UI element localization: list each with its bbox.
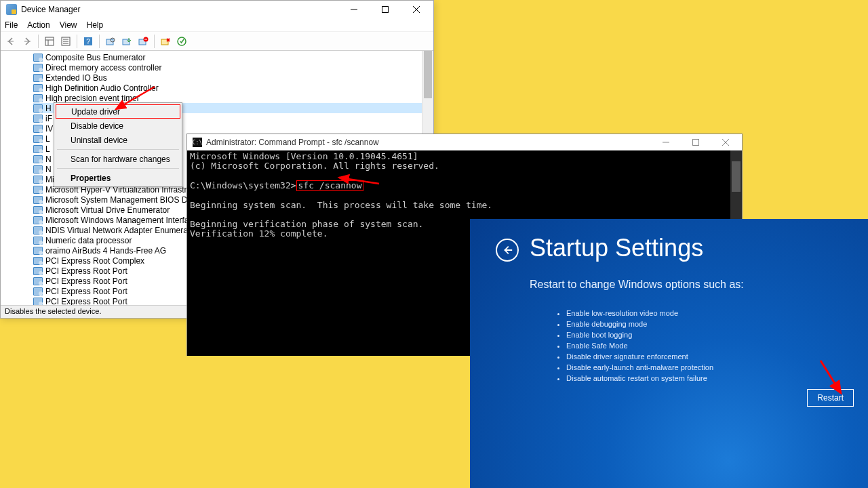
device-label: L (45, 144, 50, 154)
device-label: L (45, 134, 50, 144)
option-item: Enable low-resolution video mode (566, 308, 713, 319)
output-line: Beginning system scan. This process will… (190, 201, 739, 210)
menu-view[interactable]: View (60, 20, 77, 30)
option-item: Enable debugging mode (566, 319, 713, 329)
device-label: PCI Express Root Port (45, 266, 127, 276)
show-hide-tree-button[interactable] (42, 34, 57, 49)
menu-bar: File Action View Help (1, 18, 433, 32)
device-icon (33, 287, 43, 296)
svg-text:?: ? (86, 38, 90, 45)
uninstall-button[interactable] (136, 34, 151, 49)
scroll-thumb[interactable] (732, 161, 741, 192)
device-icon (33, 186, 43, 194)
menu-help[interactable]: Help (87, 20, 104, 30)
scan-button[interactable] (103, 34, 118, 49)
device-icon (33, 104, 43, 113)
options-list: Enable low-resolution video modeEnable d… (539, 308, 713, 384)
ctx-update-driver[interactable]: Update driver (56, 104, 180, 119)
window-title: Administrator: Command Prompt - sfc /sca… (206, 138, 651, 147)
device-icon (33, 277, 43, 285)
device-icon (33, 64, 43, 72)
ctx-properties[interactable]: Properties (56, 171, 180, 185)
device-icon (33, 298, 43, 306)
device-label: IV (45, 124, 53, 134)
page-subtitle: Restart to change Windows options such a… (530, 279, 744, 291)
svg-rect-1 (382, 7, 389, 13)
ctx-uninstall-device[interactable]: Uninstall device (56, 133, 180, 147)
svg-line-27 (821, 361, 841, 393)
device-icon (33, 176, 43, 184)
device-icon (33, 257, 43, 265)
minimize-button[interactable] (651, 134, 681, 150)
device-icon (33, 216, 43, 224)
device-manager-icon (6, 4, 17, 15)
menu-action[interactable]: Action (27, 20, 50, 30)
device-icon (33, 237, 43, 245)
device-item[interactable]: High Definition Audio Controller (33, 83, 433, 93)
close-button[interactable] (711, 134, 741, 150)
titlebar[interactable]: C:\ Administrator: Command Prompt - sfc … (187, 134, 742, 150)
device-label: iF (45, 114, 52, 123)
restart-button[interactable]: Restart (807, 389, 854, 407)
svg-rect-4 (45, 37, 54, 45)
device-icon (33, 145, 43, 153)
highlighted-command: sfc /scannow (296, 180, 364, 191)
minimize-button[interactable] (338, 1, 370, 18)
device-icon (33, 84, 43, 92)
device-label: Direct memory access controller (45, 63, 161, 73)
device-icon (33, 125, 43, 133)
device-icon (33, 115, 43, 123)
output-line: Microsoft Windows [Version 10.0.19045.46… (190, 152, 739, 161)
context-menu: Update driver Disable device Uninstall d… (54, 102, 182, 187)
back-button[interactable] (3, 34, 18, 49)
device-label: Extended IO Bus (45, 73, 107, 83)
properties-button[interactable] (58, 34, 73, 49)
menu-file[interactable]: File (5, 20, 18, 30)
device-icon (33, 206, 43, 214)
device-label: H (45, 104, 52, 113)
toolbar: ? (1, 32, 433, 51)
update-driver-button[interactable] (119, 34, 134, 49)
scroll-thumb[interactable] (424, 51, 432, 98)
option-item: Enable boot logging (566, 329, 713, 340)
device-label: Microsoft System Management BIOS Driver (45, 195, 203, 205)
device-item[interactable]: Extended IO Bus (33, 73, 433, 83)
device-label: PCI Express Root Complex (45, 256, 144, 266)
device-label: Numeric data processor (45, 236, 132, 245)
device-icon (33, 155, 43, 163)
device-label: PCI Express Root Port (45, 277, 127, 286)
output-line: (c) Microsoft Corporation. All rights re… (190, 161, 739, 171)
device-label: oraimo AirBuds 4 Hands-Free AG (45, 246, 166, 256)
back-button[interactable] (496, 239, 519, 262)
device-item[interactable]: Direct memory access controller (33, 62, 433, 73)
disable-button[interactable] (158, 34, 173, 49)
enable-button[interactable] (174, 34, 189, 49)
maximize-button[interactable] (681, 134, 711, 150)
device-item[interactable]: Composite Bus Enumerator (33, 52, 433, 62)
close-button[interactable] (401, 1, 432, 18)
device-label: Composite Bus Enumerator (45, 53, 145, 62)
titlebar[interactable]: Device Manager (1, 1, 433, 18)
page-title: Startup Settings (530, 234, 703, 262)
device-label: N (45, 165, 52, 174)
ctx-disable-device[interactable]: Disable device (56, 119, 180, 133)
startup-settings-screen: Startup Settings Restart to change Windo… (470, 219, 868, 488)
device-icon (33, 54, 43, 62)
device-icon (33, 247, 43, 255)
device-icon (33, 267, 43, 275)
cmd-icon: C:\ (193, 138, 202, 147)
device-item[interactable]: High precision event timer (33, 93, 433, 103)
prompt-line: C:\Windows\system32>sfc /scannow (190, 180, 739, 191)
device-icon (33, 196, 43, 204)
device-label: High precision event timer (45, 94, 140, 103)
maximize-button[interactable] (370, 1, 401, 18)
help-button[interactable]: ? (81, 34, 96, 49)
option-item: Disable automatic restart on system fail… (566, 373, 713, 384)
device-icon (33, 135, 43, 143)
ctx-scan-hardware[interactable]: Scan for hardware changes (56, 152, 180, 166)
device-icon (33, 165, 43, 174)
device-icon (33, 226, 43, 235)
svg-rect-23 (693, 140, 699, 146)
device-icon (33, 74, 43, 82)
forward-button[interactable] (20, 34, 35, 49)
